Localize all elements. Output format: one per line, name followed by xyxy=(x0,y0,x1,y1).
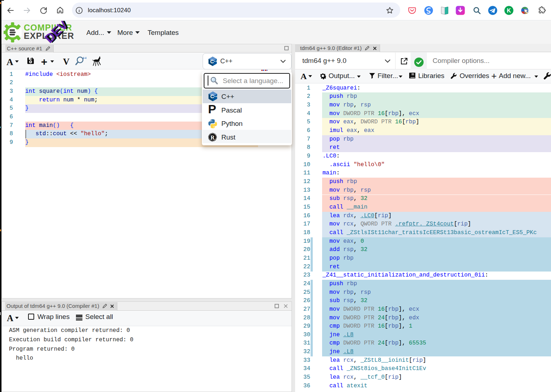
svg-text:+: + xyxy=(216,95,217,98)
svg-text:K: K xyxy=(507,8,511,14)
svg-text:++: ++ xyxy=(82,56,86,60)
svg-text:R: R xyxy=(211,135,215,141)
svg-text:+: + xyxy=(214,95,216,98)
svg-text:+: + xyxy=(214,60,215,63)
svg-text:C: C xyxy=(210,59,214,64)
svg-text:C: C xyxy=(210,94,214,99)
svg-text:+: + xyxy=(216,60,217,63)
